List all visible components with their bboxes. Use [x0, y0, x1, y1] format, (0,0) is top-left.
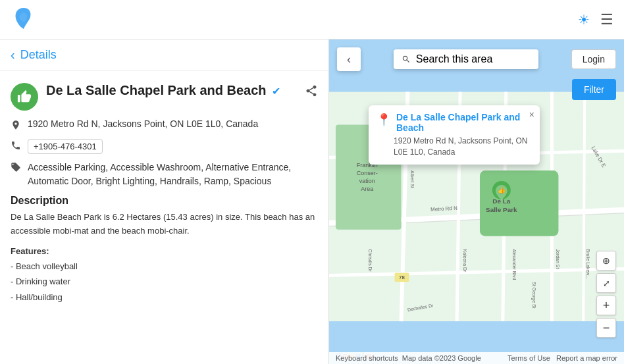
menu-icon[interactable]: ☰: [600, 11, 613, 28]
tags-text: Accessible Parking, Accessible Washroom,…: [28, 161, 318, 188]
map-panel[interactable]: Metro Rd N Albert St Chrisdis Dr Kaleena…: [329, 39, 624, 364]
map-login-button[interactable]: Login: [571, 49, 616, 69]
svg-rect-11: [480, 170, 558, 236]
share-button[interactable]: [305, 84, 318, 101]
terms-of-use[interactable]: Terms of Use: [507, 354, 550, 362]
description-section: Description De La Salle Beach Park is 6.…: [11, 195, 318, 305]
description-heading: Description: [11, 195, 318, 207]
details-panel-title: Details: [20, 48, 57, 62]
popup-header: 📍 De La Salle Chapel Park and Beach: [377, 112, 532, 133]
map-filter-button[interactable]: Filter: [572, 79, 616, 100]
map-back-button[interactable]: ‹: [337, 47, 361, 71]
main-content: ‹ Details De La Salle Chapel Park and Be…: [0, 39, 624, 364]
place-header: De La Salle Chapel Park and Beach ✔: [11, 82, 318, 111]
map-bottom-bar: Keyboard shortcuts Map data ©2023 Google…: [329, 352, 624, 364]
svg-text:Kaleena Dr: Kaleena Dr: [463, 249, 467, 273]
left-panel: ‹ Details De La Salle Chapel Park and Be…: [0, 39, 329, 364]
svg-text:Brulie Lakew...: Brulie Lakew...: [586, 249, 590, 279]
feature-item-1: - Beach volleyball: [11, 259, 318, 274]
svg-line-8: [583, 92, 585, 321]
map-search-text: Search this area: [416, 53, 493, 65]
phone-row: +1905-476-4301: [11, 139, 318, 154]
place-header-left: De La Salle Chapel Park and Beach ✔: [11, 82, 280, 111]
tags-row: Accessible Parking, Accessible Washroom,…: [11, 161, 318, 188]
map-side-controls: ⊕ ⤢ + −: [596, 251, 616, 338]
expand-button[interactable]: ⤢: [596, 273, 616, 293]
svg-text:Conser-: Conser-: [357, 170, 378, 176]
popup-place-name[interactable]: De La Salle Chapel Park and Beach: [396, 112, 532, 133]
svg-text:Area: Area: [361, 186, 373, 192]
keyboard-shortcuts[interactable]: Keyboard shortcuts: [336, 354, 398, 362]
map-bottom-left: Keyboard shortcuts Map data ©2023 Google: [336, 354, 481, 362]
map-controls-top: ‹ Search this area Login: [329, 47, 624, 71]
tag-icon: [11, 162, 21, 174]
features-section: Features: - Beach volleyball - Drinking …: [11, 244, 318, 305]
place-name: De La Salle Chapel Park and Beach: [46, 83, 267, 97]
zoom-out-button[interactable]: −: [596, 318, 616, 338]
popup-pin-icon: 📍: [377, 113, 391, 127]
place-info: De La Salle Chapel Park and Beach ✔: [0, 71, 328, 315]
logo: [11, 5, 37, 34]
popup-close-button[interactable]: ×: [529, 109, 534, 120]
svg-text:Jordan St: Jordan St: [556, 249, 560, 269]
location-pin-icon: [11, 120, 21, 132]
details-header: ‹ Details: [0, 39, 328, 71]
phone-number[interactable]: +1905-476-4301: [28, 139, 103, 154]
theme-toggle-icon[interactable]: ☀: [578, 12, 590, 28]
map-data-credit: Map data ©2023 Google: [402, 354, 481, 362]
phone-icon: [11, 140, 21, 153]
svg-text:Alexander Blvd: Alexander Blvd: [512, 249, 517, 280]
compass-button[interactable]: ⊕: [596, 251, 616, 271]
svg-text:78: 78: [399, 274, 405, 280]
address-row: 1920 Metro Rd N, Jacksons Point, ON L0E …: [11, 118, 318, 132]
popup-address: 1920 Metro Rd N, Jacksons Point, ON L0E …: [394, 136, 532, 158]
svg-text:Chrisdis Dr: Chrisdis Dr: [368, 249, 373, 273]
zoom-in-button[interactable]: +: [596, 296, 616, 315]
nav-right: ☀ ☰: [578, 11, 613, 28]
top-nav: ☀ ☰: [0, 0, 624, 39]
feature-item-2: - Drinking water: [11, 274, 318, 289]
place-category-icon: [11, 83, 38, 111]
verified-icon: ✔: [272, 85, 280, 97]
map-bottom-right: Terms of Use Report a map error: [507, 354, 617, 362]
svg-text:👍: 👍: [498, 186, 506, 194]
map-popup: × 📍 De La Salle Chapel Park and Beach 19…: [369, 105, 540, 165]
search-icon: [402, 55, 411, 64]
place-name-block: De La Salle Chapel Park and Beach ✔: [46, 82, 280, 99]
description-body: De La Salle Beach Park is 6.2 Hectares (…: [11, 211, 318, 238]
svg-text:Albert St: Albert St: [410, 170, 415, 188]
feature-item-3: - Hall/building: [11, 290, 318, 305]
address-text: 1920 Metro Rd N, Jacksons Point, ON L0E …: [28, 118, 258, 129]
svg-text:Salle Park: Salle Park: [486, 206, 517, 213]
features-label: Features:: [11, 246, 49, 256]
map-search-bar[interactable]: Search this area: [394, 49, 538, 69]
svg-text:vation: vation: [359, 178, 375, 184]
svg-text:St George St: St George St: [531, 282, 536, 308]
report-map-error[interactable]: Report a map error: [556, 354, 617, 362]
back-button[interactable]: ‹: [11, 47, 15, 63]
